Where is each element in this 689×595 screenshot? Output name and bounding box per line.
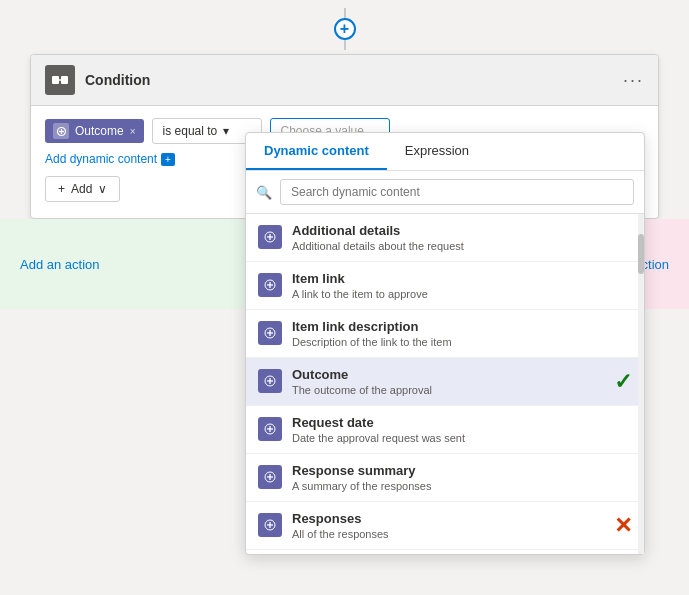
- dynamic-item-title: Outcome: [292, 367, 614, 382]
- tab-expression[interactable]: Expression: [387, 133, 487, 170]
- add-connector-circle[interactable]: +: [334, 18, 356, 40]
- chevron-down-icon: ▾: [223, 124, 229, 138]
- dynamic-item-text: Item link descriptionDescription of the …: [292, 319, 632, 348]
- dynamic-item-icon: [258, 513, 282, 537]
- dynamic-item-title: Responses: [292, 511, 614, 526]
- dynamic-item-title: Item link description: [292, 319, 632, 334]
- dynamic-item-icon: [258, 225, 282, 249]
- dynamic-item-icon: [258, 273, 282, 297]
- add-left-action-link[interactable]: Add an action: [20, 257, 100, 272]
- tag-close-button[interactable]: ×: [130, 126, 136, 137]
- dynamic-item[interactable]: Responses Approver emailThe email addres…: [246, 550, 644, 554]
- dynamic-item[interactable]: Item linkA link to the item to approve: [246, 262, 644, 310]
- add-dropdown-arrow: ∨: [98, 182, 107, 196]
- scrollbar-track: [638, 214, 644, 554]
- dynamic-item-icon: [258, 369, 282, 393]
- condition-header: Condition ···: [31, 55, 658, 106]
- dynamic-link-label: Add dynamic content: [45, 152, 157, 166]
- condition-title: Condition: [85, 72, 150, 88]
- tab-dynamic-content[interactable]: Dynamic content: [246, 133, 387, 170]
- dynamic-item-text: OutcomeThe outcome of the approval: [292, 367, 614, 396]
- xmark-icon: ✕: [614, 513, 632, 539]
- dynamic-item-desc: A link to the item to approve: [292, 288, 632, 300]
- condition-icon: [45, 65, 75, 95]
- dynamic-item-desc: The outcome of the approval: [292, 384, 614, 396]
- dynamic-item-icon: [258, 417, 282, 441]
- search-box: 🔍: [246, 171, 644, 214]
- dynamic-item-icon: [258, 321, 282, 345]
- dynamic-item-desc: A summary of the responses: [292, 480, 632, 492]
- scrollbar-thumb[interactable]: [638, 234, 644, 274]
- dynamic-item-text: Response summaryA summary of the respons…: [292, 463, 632, 492]
- dynamic-item-desc: Description of the link to the item: [292, 336, 632, 348]
- dynamic-item-desc: All of the responses: [292, 528, 614, 540]
- connector-line-bottom: [344, 40, 346, 50]
- tag-label: Outcome: [75, 124, 124, 138]
- dynamic-item[interactable]: OutcomeThe outcome of the approval✓: [246, 358, 644, 406]
- search-input[interactable]: [280, 179, 634, 205]
- add-label: Add: [71, 182, 92, 196]
- dynamic-item[interactable]: Response summaryA summary of the respons…: [246, 454, 644, 502]
- dynamic-item-title: Additional details: [292, 223, 632, 238]
- dynamic-item-icon: [258, 465, 282, 489]
- condition-header-left: Condition: [45, 65, 150, 95]
- dynamic-item[interactable]: Request dateDate the approval request wa…: [246, 406, 644, 454]
- dynamic-item-title: Request date: [292, 415, 632, 430]
- checkmark-icon: ✓: [614, 369, 632, 395]
- operator-label: is equal to: [163, 124, 218, 138]
- dynamic-item-text: Additional detailsAdditional details abo…: [292, 223, 632, 252]
- dynamic-item[interactable]: Additional detailsAdditional details abo…: [246, 214, 644, 262]
- dynamic-item[interactable]: ResponsesAll of the responses✕: [246, 502, 644, 550]
- dynamic-item-text: ResponsesAll of the responses: [292, 511, 614, 540]
- dynamic-content-panel: Dynamic content Expression 🔍 Additional …: [245, 132, 645, 555]
- dynamic-item-desc: Additional details about the request: [292, 240, 632, 252]
- outcome-tag[interactable]: Outcome ×: [45, 119, 144, 143]
- dynamic-item-title: Item link: [292, 271, 632, 286]
- dynamic-item[interactable]: Item link descriptionDescription of the …: [246, 310, 644, 358]
- dynamic-item-title: Response summary: [292, 463, 632, 478]
- add-button[interactable]: + Add ∨: [45, 176, 120, 202]
- top-connector: +: [0, 0, 689, 54]
- dynamic-item-text: Item linkA link to the item to approve: [292, 271, 632, 300]
- add-plus-icon: +: [58, 182, 65, 196]
- dynamic-link-badge: +: [161, 153, 175, 166]
- dynamic-item-desc: Date the approval request was sent: [292, 432, 632, 444]
- dynamic-item-text: Request dateDate the approval request wa…: [292, 415, 632, 444]
- tag-chip-icon: [53, 123, 69, 139]
- connector-line-top: [344, 8, 346, 18]
- dynamic-panel-tabs: Dynamic content Expression: [246, 133, 644, 171]
- condition-menu-button[interactable]: ···: [623, 70, 644, 91]
- svg-rect-1: [61, 76, 68, 84]
- dynamic-content-list: Additional detailsAdditional details abo…: [246, 214, 644, 554]
- search-icon: 🔍: [256, 185, 272, 200]
- svg-rect-0: [52, 76, 59, 84]
